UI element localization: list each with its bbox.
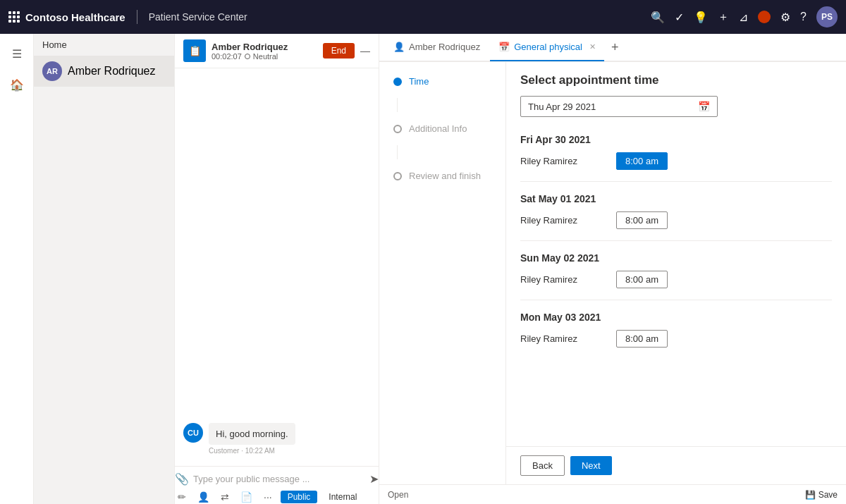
conv-avatar: AR xyxy=(42,61,62,81)
slot-person-1: Riley Ramirez xyxy=(520,215,605,226)
slot-time-button-0[interactable]: 8:00 am xyxy=(616,152,668,170)
filter-icon[interactable]: ⊿ xyxy=(739,11,748,24)
next-button[interactable]: Next xyxy=(570,456,612,475)
slot-row-0: Riley Ramirez 8:00 am xyxy=(520,152,832,170)
date-picker[interactable]: Thu Apr 29 2021 📅 xyxy=(520,96,718,117)
chat-sender-avatar: CU xyxy=(183,423,203,443)
step-review-label: Review and finish xyxy=(409,171,481,181)
gear-icon[interactable]: ⚙ xyxy=(780,11,790,24)
active-conv-name: Amber Rodriquez xyxy=(212,42,317,52)
content-area: Time Additional Info Review and finish S… xyxy=(379,62,846,484)
search-icon[interactable]: 🔍 xyxy=(651,11,665,24)
chat-message-row: CU Hi, good morning. Customer · 10:22 AM xyxy=(183,423,370,455)
transfer-tool-button[interactable]: ⇄ xyxy=(218,490,232,504)
tab-general-physical[interactable]: 📅 General physical ✕ xyxy=(490,33,604,61)
step-time-circle xyxy=(393,78,402,86)
slot-row-1: Riley Ramirez 8:00 am xyxy=(520,211,832,229)
tab-add-button[interactable]: + xyxy=(606,40,625,55)
status-bar: Open 💾 Save xyxy=(379,484,846,504)
step-time: Time xyxy=(393,76,491,87)
template-tool-button[interactable]: 📄 xyxy=(238,490,255,504)
brand-name: Contoso Healthcare xyxy=(25,11,125,23)
back-button[interactable]: Back xyxy=(520,455,565,476)
conversations-panel: Home AR Amber Rodriquez xyxy=(34,34,175,504)
save-icon: 💾 xyxy=(805,490,816,500)
slot-person-3: Riley Ramirez xyxy=(520,333,605,344)
date-group-sat-may-01: Sat May 01 2021 Riley Ramirez 8:00 am xyxy=(520,193,832,241)
tab-calendar-icon: 📅 xyxy=(498,42,510,52)
steps-panel: Time Additional Info Review and finish xyxy=(379,62,506,484)
lightbulb-icon[interactable]: 💡 xyxy=(694,11,708,24)
chat-time: 10:22 AM xyxy=(245,447,275,455)
app-grid-icon[interactable] xyxy=(8,11,20,23)
time-slots-scroll[interactable]: Fri Apr 30 2021 Riley Ramirez 8:00 am Sa… xyxy=(506,128,846,446)
step-review: Review and finish xyxy=(393,171,491,181)
status-label: Neutral xyxy=(253,52,278,61)
person-tool-button[interactable]: 👤 xyxy=(195,490,212,504)
date-input-row: Thu Apr 29 2021 📅 xyxy=(520,96,832,117)
slot-time-button-2[interactable]: 8:00 am xyxy=(616,271,668,288)
tab-amber-rodriquez[interactable]: 👤 Amber Rodriquez xyxy=(385,33,489,61)
sidebar: ☰ 🏠 xyxy=(0,34,34,504)
chat-input-field[interactable] xyxy=(193,474,365,484)
public-button[interactable]: Public xyxy=(281,491,318,503)
calendar-icon: 📅 xyxy=(698,101,710,112)
chat-sender-label: Customer xyxy=(209,447,239,455)
step-time-label: Time xyxy=(409,76,429,87)
step-additional: Additional Info xyxy=(393,123,491,134)
date-group-sun-may-02: Sun May 02 2021 Riley Ramirez 8:00 am xyxy=(520,252,832,300)
step-additional-label: Additional Info xyxy=(409,123,467,134)
conv-header: Home xyxy=(34,34,174,56)
topbar: Contoso Healthcare Patient Service Cente… xyxy=(0,0,846,34)
notification-dot[interactable] xyxy=(758,11,771,23)
chat-input-area: 📎 ➤ ✏ 👤 ⇄ 📄 ··· Public Internal xyxy=(175,466,379,504)
conversation-item[interactable]: AR Amber Rodriquez xyxy=(34,56,174,87)
status-open: Open xyxy=(388,490,408,500)
chat-area: CU Hi, good morning. Customer · 10:22 AM xyxy=(175,68,379,466)
more-tool-button[interactable]: ··· xyxy=(261,490,275,504)
send-button[interactable]: ➤ xyxy=(369,472,379,486)
date-input-value: Thu Apr 29 2021 xyxy=(528,102,596,112)
open-label: Open xyxy=(388,490,408,500)
tab-close-icon[interactable]: ✕ xyxy=(589,42,596,51)
step-review-circle xyxy=(393,172,402,180)
help-icon[interactable]: ? xyxy=(800,11,807,23)
right-panel: 👤 Amber Rodriquez 📅 General physical ✕ +… xyxy=(379,34,846,504)
brand-divider xyxy=(137,10,137,24)
save-button[interactable]: 💾 Save xyxy=(805,490,838,500)
date-group-label-3: Mon May 03 2021 xyxy=(520,312,832,323)
plus-icon[interactable]: ＋ xyxy=(718,10,729,25)
slot-time-button-3[interactable]: 8:00 am xyxy=(616,330,668,348)
app-subtitle: Patient Service Center xyxy=(149,11,247,23)
attach-button[interactable]: 📎 xyxy=(175,472,189,486)
slot-person-2: Riley Ramirez xyxy=(520,274,605,285)
active-conversation-panel: 📋 Amber Rodriquez 00:02:07 Neutral End —… xyxy=(175,34,379,504)
end-call-button[interactable]: End xyxy=(323,43,355,59)
date-group-fri-apr-30: Fri Apr 30 2021 Riley Ramirez 8:00 am xyxy=(520,134,832,182)
user-avatar[interactable]: PS xyxy=(816,6,838,27)
chat-bubble: Hi, good morning. Customer · 10:22 AM xyxy=(209,423,295,455)
main-layout: ☰ 🏠 Home AR Amber Rodriquez 📋 Amber Rodr… xyxy=(0,34,846,504)
sidebar-home-icon[interactable]: 🏠 xyxy=(3,70,31,99)
conv-timer: 00:02:07 xyxy=(212,52,242,61)
slot-person-0: Riley Ramirez xyxy=(520,156,605,166)
note-tool-button[interactable]: ✏ xyxy=(175,490,189,504)
appointment-panel: Select appointment time Thu Apr 29 2021 … xyxy=(506,62,846,484)
slot-time-button-1[interactable]: 8:00 am xyxy=(616,211,668,229)
chat-message-text: Hi, good morning. xyxy=(209,423,295,445)
date-group-label-1: Sat May 01 2021 xyxy=(520,193,832,204)
chat-message-meta: Customer · 10:22 AM xyxy=(209,447,295,455)
tab-amber-label: Amber Rodriquez xyxy=(409,42,480,52)
minimize-button[interactable]: — xyxy=(360,45,370,56)
date-group-label-2: Sun May 02 2021 xyxy=(520,252,832,264)
status-dot xyxy=(245,54,250,59)
appointment-header: Select appointment time Thu Apr 29 2021 … xyxy=(506,62,846,128)
active-conv-header: 📋 Amber Rodriquez 00:02:07 Neutral End — xyxy=(175,34,379,68)
check-circle-icon[interactable]: ✓ xyxy=(675,11,684,24)
slot-row-3: Riley Ramirez 8:00 am xyxy=(520,330,832,348)
internal-button[interactable]: Internal xyxy=(323,491,362,503)
tab-general-label: General physical xyxy=(514,42,582,52)
date-group-mon-may-03: Mon May 03 2021 Riley Ramirez 8:00 am xyxy=(520,312,832,359)
appointment-footer: Back Next xyxy=(506,446,846,484)
sidebar-hamburger[interactable]: ☰ xyxy=(3,39,31,68)
